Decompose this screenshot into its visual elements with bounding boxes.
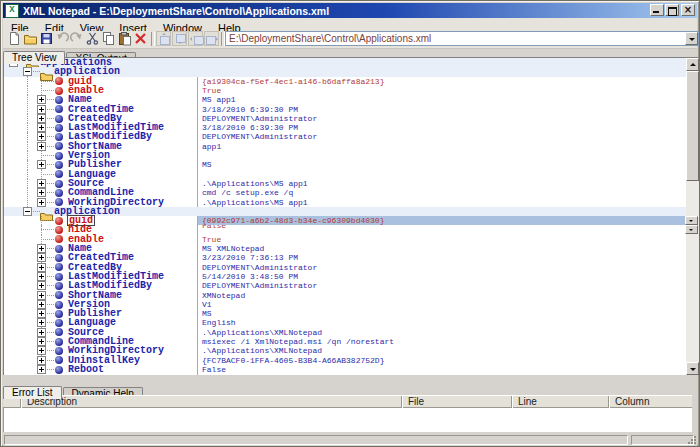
column-header-description[interactable]: Description [21,396,407,408]
maximize-button[interactable] [665,4,679,16]
node-value-guid[interactable]: {a19304ca-f5ef-4ec1-a146-b6daffa8a213} [202,77,384,86]
expand-plus-toggle[interactable] [37,346,46,355]
save-button[interactable] [39,31,55,47]
node-value-shortname[interactable]: XMNotepad [202,291,245,300]
status-bar [3,434,697,446]
collapse-minus-toggle[interactable] [23,67,32,76]
copy-button[interactable] [101,31,117,47]
expand-plus-toggle[interactable] [37,114,46,123]
column-header-column[interactable]: Column [609,396,697,408]
expand-plus-toggle[interactable] [37,253,46,262]
scroll-down-button[interactable] [686,362,699,375]
chevron-down-icon [689,38,695,41]
nudge-left-button[interactable] [188,31,203,46]
node-value-uninstallkey[interactable]: {FC7BACF0-1FFA-4605-B3B4-A66AB382752D} [202,356,384,365]
nudge-up-button[interactable] [156,31,171,46]
tree-line [27,160,28,169]
tree-line [41,220,54,221]
collapse-minus-toggle[interactable] [23,207,32,216]
expand-plus-toggle[interactable] [37,291,46,300]
expand-plus-toggle[interactable] [37,318,46,327]
tree-line [27,105,28,114]
paste-button[interactable] [117,31,133,47]
column-header-file[interactable]: File [402,396,517,408]
address-dropdown-button[interactable] [685,32,698,45]
node-value-workingdirectory[interactable]: .\Applications\MS app1 [202,198,308,207]
node-value-commandline[interactable]: cmd /c setup.exe /q [202,188,293,197]
expand-plus-toggle[interactable] [37,337,46,346]
expand-plus-toggle[interactable] [37,160,46,169]
expand-plus-toggle[interactable] [37,105,46,114]
node-value-lastmodifiedtime[interactable]: 3/18/2010 6:39:30 PM [202,123,298,132]
node-value-createdby[interactable]: DEPLOYMENT\Administrator [202,114,317,123]
error-list-body[interactable] [3,408,692,432]
expand-plus-toggle[interactable] [37,281,46,290]
save-floppy-icon [39,31,54,46]
node-value-workingdirectory[interactable]: .\Applications\XMLNotepad [202,346,322,355]
node-value-lastmodifiedby[interactable]: DEPLOYMENT\Administrator [202,132,317,141]
menu-bar: FileEditViewInsertWindowHelp [3,18,697,31]
close-button[interactable]: × [681,4,695,16]
nudge-right-button[interactable] [204,31,219,46]
new-button[interactable] [7,31,23,47]
paste-clipboard-icon [117,31,132,46]
expand-plus-toggle[interactable] [37,263,46,272]
node-value-source[interactable]: .\Applications\MS app1 [202,179,308,188]
node-value-lastmodifiedtime[interactable]: 5/14/2010 3:48:50 PM [202,272,298,281]
expand-plus-toggle[interactable] [37,309,46,318]
value-editor-dropdown-button[interactable] [685,216,698,225]
node-value-guid[interactable]: {0992c971-a6b2-48d3-b34e-c96309bd4030} [202,216,384,225]
expand-plus-toggle[interactable] [37,179,46,188]
node-value-publisher[interactable]: MS [202,309,212,318]
nudge-down-button[interactable] [172,31,187,46]
expand-plus-toggle[interactable] [37,365,46,374]
expand-plus-toggle[interactable] [37,272,46,281]
element-icon [55,319,63,327]
node-value-name[interactable]: MS app1 [202,95,236,104]
node-value-version[interactable]: V1 [202,300,212,309]
value-editor-dropdown-button-2[interactable] [685,225,698,234]
expand-plus-toggle[interactable] [37,244,46,253]
expand-plus-toggle[interactable] [37,132,46,141]
cut-button[interactable] [85,31,101,47]
node-value-name[interactable]: MS XMLNotepad [202,244,264,253]
minimize-button[interactable] [650,4,664,16]
expand-plus-toggle[interactable] [37,188,46,197]
node-value-createdtime[interactable]: 3/23/2010 7:36:13 PM [202,253,298,262]
redo-button[interactable] [69,31,85,47]
node-value-language[interactable]: English [202,318,236,327]
address-text[interactable]: E:\DeploymentShare\Control\Applications.… [229,33,431,44]
tree-node-reboot[interactable]: Reboot [68,365,104,374]
expand-plus-toggle[interactable] [37,95,46,104]
scroll-up-button[interactable] [686,58,699,71]
column-header-line[interactable]: Line [512,396,614,408]
expand-plus-toggle[interactable] [37,198,46,207]
node-value-publisher[interactable]: MS [202,160,212,169]
expand-plus-toggle[interactable] [37,300,46,309]
tree-line [27,132,28,141]
expand-plus-toggle[interactable] [37,123,46,132]
attribute-icon [55,77,63,85]
expand-plus-toggle[interactable] [37,356,46,365]
address-combobox[interactable]: E:\DeploymentShare\Control\Applications.… [225,31,699,46]
node-value-commandline[interactable]: msiexec /i XmlNotepad.msi /qn /norestart [202,337,394,346]
tab-error-list[interactable]: Error List [3,386,62,399]
expand-plus-toggle[interactable] [37,142,46,151]
scrollbar-thumb[interactable] [686,71,699,181]
node-value-enable[interactable]: True [202,235,221,244]
node-value-createdby[interactable]: DEPLOYMENT\Administrator [202,263,317,272]
expand-plus-toggle[interactable] [37,328,46,337]
new-document-icon [7,31,22,46]
node-value-reboot[interactable]: False [202,365,226,374]
resize-grip[interactable] [687,435,697,445]
toolbar-separator [151,32,155,46]
open-button[interactable] [23,31,39,47]
node-value-createdtime[interactable]: 3/18/2010 6:39:30 PM [202,105,298,114]
delete-button[interactable] [133,31,149,47]
node-value-lastmodifiedby[interactable]: DEPLOYMENT\Administrator [202,281,317,290]
tab-tree-view[interactable]: Tree View [3,51,65,64]
node-value-shortname[interactable]: app1 [202,142,221,151]
node-value-source[interactable]: .\Applications\XMLNotepad [202,328,322,337]
node-value-enable[interactable]: True [202,86,221,95]
node-value-hide[interactable]: False [202,225,672,234]
